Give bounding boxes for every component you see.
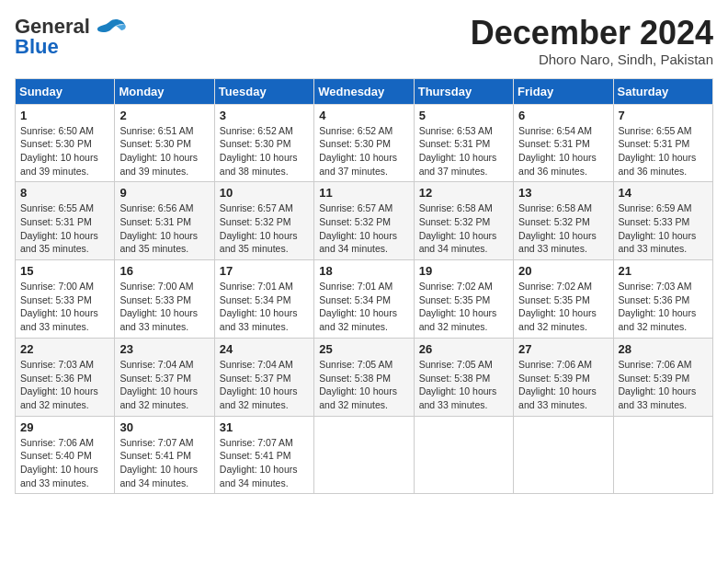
day-cell-17: 17Sunrise: 7:01 AM Sunset: 5:34 PM Dayli… [214, 260, 313, 339]
day-content: Sunrise: 7:05 AM Sunset: 5:38 PM Dayligh… [319, 358, 408, 412]
day-content: Sunrise: 7:06 AM Sunset: 5:39 PM Dayligh… [518, 358, 608, 412]
day-content: Sunrise: 6:59 AM Sunset: 5:33 PM Dayligh… [619, 201, 708, 256]
day-number: 13 [518, 186, 608, 200]
day-number: 26 [419, 342, 508, 356]
day-cell-3: 3Sunrise: 6:52 AM Sunset: 5:30 PM Daylig… [214, 104, 313, 182]
header-friday: Friday [514, 78, 613, 104]
day-content: Sunrise: 6:52 AM Sunset: 5:30 PM Dayligh… [220, 124, 309, 178]
day-number: 14 [619, 186, 708, 200]
header-area: General Blue December 2024 Dhoro Naro, S… [15, 15, 713, 67]
header-thursday: Thursday [414, 78, 513, 104]
logo-bird-icon [94, 17, 127, 36]
day-cell-12: 12Sunrise: 6:58 AM Sunset: 5:32 PM Dayli… [414, 182, 513, 260]
day-content: Sunrise: 6:58 AM Sunset: 5:32 PM Dayligh… [419, 201, 508, 256]
day-number: 9 [119, 186, 209, 200]
day-content: Sunrise: 7:03 AM Sunset: 5:36 PM Dayligh… [20, 358, 109, 412]
day-number: 31 [220, 420, 309, 434]
day-cell-28: 28Sunrise: 7:06 AM Sunset: 5:39 PM Dayli… [613, 338, 712, 416]
day-number: 21 [619, 264, 708, 278]
day-content: Sunrise: 7:04 AM Sunset: 5:37 PM Dayligh… [220, 358, 309, 412]
day-cell-18: 18Sunrise: 7:01 AM Sunset: 5:34 PM Dayli… [314, 260, 414, 339]
header-wednesday: Wednesday [314, 78, 414, 104]
day-content: Sunrise: 7:07 AM Sunset: 5:41 PM Dayligh… [119, 436, 209, 490]
day-cell-27: 27Sunrise: 7:06 AM Sunset: 5:39 PM Dayli… [514, 338, 613, 416]
day-number: 24 [220, 342, 309, 356]
day-cell-9: 9Sunrise: 6:56 AM Sunset: 5:31 PM Daylig… [115, 182, 214, 260]
day-number: 28 [619, 342, 708, 356]
header-saturday: Saturday [613, 78, 712, 104]
day-number: 10 [220, 186, 309, 200]
day-content: Sunrise: 6:54 AM Sunset: 5:31 PM Dayligh… [518, 124, 608, 178]
calendar-week-3: 15Sunrise: 7:00 AM Sunset: 5:33 PM Dayli… [16, 260, 713, 339]
day-number: 7 [619, 109, 708, 122]
day-content: Sunrise: 7:01 AM Sunset: 5:34 PM Dayligh… [319, 280, 408, 334]
day-cell-21: 21Sunrise: 7:03 AM Sunset: 5:36 PM Dayli… [613, 260, 712, 339]
day-content: Sunrise: 6:56 AM Sunset: 5:31 PM Dayligh… [119, 201, 209, 256]
day-content: Sunrise: 7:02 AM Sunset: 5:35 PM Dayligh… [518, 280, 608, 334]
header-tuesday: Tuesday [214, 78, 313, 104]
day-cell-15: 15Sunrise: 7:00 AM Sunset: 5:33 PM Dayli… [16, 260, 115, 339]
day-cell-10: 10Sunrise: 6:57 AM Sunset: 5:32 PM Dayli… [214, 182, 313, 260]
calendar-table: SundayMondayTuesdayWednesdayThursdayFrid… [15, 78, 713, 495]
day-cell-7: 7Sunrise: 6:55 AM Sunset: 5:31 PM Daylig… [613, 104, 712, 182]
day-cell-16: 16Sunrise: 7:00 AM Sunset: 5:33 PM Dayli… [115, 260, 214, 339]
day-number: 16 [119, 264, 209, 278]
empty-cell [613, 416, 712, 494]
day-content: Sunrise: 6:58 AM Sunset: 5:32 PM Dayligh… [518, 201, 608, 256]
day-cell-2: 2Sunrise: 6:51 AM Sunset: 5:30 PM Daylig… [115, 104, 214, 182]
day-cell-24: 24Sunrise: 7:04 AM Sunset: 5:37 PM Dayli… [214, 338, 313, 416]
day-cell-5: 5Sunrise: 6:53 AM Sunset: 5:31 PM Daylig… [414, 104, 513, 182]
calendar-week-4: 22Sunrise: 7:03 AM Sunset: 5:36 PM Dayli… [16, 338, 713, 416]
logo: General Blue [15, 15, 127, 59]
day-number: 29 [20, 420, 109, 434]
day-content: Sunrise: 6:55 AM Sunset: 5:31 PM Dayligh… [20, 201, 109, 256]
title-area: December 2024 Dhoro Naro, Sindh, Pakista… [471, 15, 713, 67]
day-number: 3 [220, 109, 309, 122]
day-cell-23: 23Sunrise: 7:04 AM Sunset: 5:37 PM Dayli… [115, 338, 214, 416]
day-content: Sunrise: 7:02 AM Sunset: 5:35 PM Dayligh… [419, 280, 508, 334]
day-cell-26: 26Sunrise: 7:05 AM Sunset: 5:38 PM Dayli… [414, 338, 513, 416]
day-cell-30: 30Sunrise: 7:07 AM Sunset: 5:41 PM Dayli… [115, 416, 214, 494]
day-number: 23 [119, 342, 209, 356]
day-number: 17 [220, 264, 309, 278]
day-content: Sunrise: 7:06 AM Sunset: 5:40 PM Dayligh… [20, 436, 109, 490]
day-content: Sunrise: 7:06 AM Sunset: 5:39 PM Dayligh… [619, 358, 708, 412]
day-cell-31: 31Sunrise: 7:07 AM Sunset: 5:41 PM Dayli… [214, 416, 313, 494]
day-content: Sunrise: 7:00 AM Sunset: 5:33 PM Dayligh… [20, 280, 109, 334]
calendar-header-row: SundayMondayTuesdayWednesdayThursdayFrid… [16, 78, 713, 104]
day-cell-4: 4Sunrise: 6:52 AM Sunset: 5:30 PM Daylig… [314, 104, 414, 182]
day-cell-6: 6Sunrise: 6:54 AM Sunset: 5:31 PM Daylig… [514, 104, 613, 182]
day-content: Sunrise: 6:55 AM Sunset: 5:31 PM Dayligh… [619, 124, 708, 178]
day-content: Sunrise: 7:04 AM Sunset: 5:37 PM Dayligh… [119, 358, 209, 412]
day-content: Sunrise: 6:51 AM Sunset: 5:30 PM Dayligh… [119, 124, 209, 178]
day-number: 8 [20, 186, 109, 200]
calendar-title: December 2024 [471, 15, 713, 52]
day-content: Sunrise: 7:01 AM Sunset: 5:34 PM Dayligh… [220, 280, 309, 334]
day-cell-8: 8Sunrise: 6:55 AM Sunset: 5:31 PM Daylig… [16, 182, 115, 260]
day-number: 22 [20, 342, 109, 356]
day-number: 18 [319, 264, 408, 278]
empty-cell [514, 416, 613, 494]
logo-blue: Blue [15, 35, 59, 59]
day-cell-11: 11Sunrise: 6:57 AM Sunset: 5:32 PM Dayli… [314, 182, 414, 260]
calendar-week-2: 8Sunrise: 6:55 AM Sunset: 5:31 PM Daylig… [16, 182, 713, 260]
day-number: 2 [119, 109, 209, 122]
day-number: 4 [319, 109, 408, 122]
day-number: 6 [518, 109, 608, 122]
empty-cell [314, 416, 414, 494]
day-cell-22: 22Sunrise: 7:03 AM Sunset: 5:36 PM Dayli… [16, 338, 115, 416]
day-number: 27 [518, 342, 608, 356]
day-number: 30 [119, 420, 209, 434]
day-content: Sunrise: 6:57 AM Sunset: 5:32 PM Dayligh… [319, 201, 408, 256]
day-number: 12 [419, 186, 508, 200]
calendar-week-1: 1Sunrise: 6:50 AM Sunset: 5:30 PM Daylig… [16, 104, 713, 182]
day-cell-1: 1Sunrise: 6:50 AM Sunset: 5:30 PM Daylig… [16, 104, 115, 182]
day-cell-25: 25Sunrise: 7:05 AM Sunset: 5:38 PM Dayli… [314, 338, 414, 416]
day-number: 20 [518, 264, 608, 278]
header-sunday: Sunday [16, 78, 115, 104]
calendar-week-5: 29Sunrise: 7:06 AM Sunset: 5:40 PM Dayli… [16, 416, 713, 494]
header-monday: Monday [115, 78, 214, 104]
empty-cell [414, 416, 513, 494]
day-cell-20: 20Sunrise: 7:02 AM Sunset: 5:35 PM Dayli… [514, 260, 613, 339]
day-number: 19 [419, 264, 508, 278]
